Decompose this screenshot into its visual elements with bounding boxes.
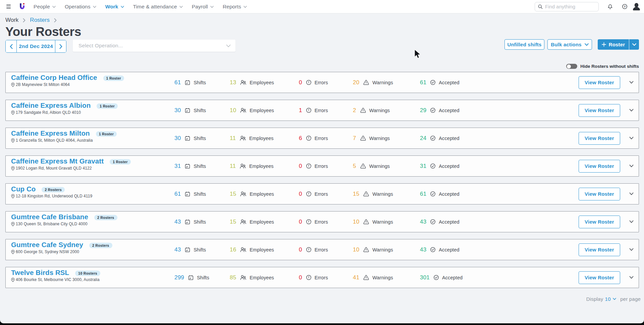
next-week-button[interactable] — [55, 40, 66, 52]
roster-name-row: Caffeine Express Milton 1 Roster — [11, 129, 174, 137]
expand-roster-icon[interactable] — [629, 81, 634, 84]
unfilled-shifts-button[interactable]: Unfilled shifts — [504, 39, 544, 50]
stat-accepted: 61 Accepted — [420, 191, 460, 197]
check-circle-icon — [430, 247, 435, 252]
roster-actions: View Roster — [579, 243, 639, 256]
stat-accepted: 43 Accepted — [420, 219, 460, 225]
roster-name[interactable]: Caffeine Express Mt Gravatt — [11, 157, 104, 165]
global-search[interactable] — [535, 2, 599, 11]
roster-name[interactable]: Gumtree Cafe Brisbane — [11, 213, 88, 221]
roster-name[interactable]: Gumtree Cafe Sydney — [11, 241, 83, 249]
roster-stats: 61 Shifts 15 Employees 0 Errors — [174, 191, 460, 197]
view-roster-button[interactable]: View Roster — [579, 188, 620, 200]
shifts-count: 61 — [174, 79, 181, 86]
roster-name[interactable]: Cup Co — [11, 185, 36, 193]
new-roster-button[interactable]: Roster — [598, 39, 629, 50]
chevron-down-icon — [52, 6, 56, 8]
stat-employees: 11 Employees — [230, 135, 299, 142]
bulk-actions-button[interactable]: Bulk actions — [547, 39, 592, 50]
breadcrumb-rosters[interactable]: Rosters — [30, 17, 50, 24]
operation-select[interactable]: Select Operation... — [73, 40, 235, 52]
calendar-icon — [185, 191, 190, 197]
breadcrumb: Work Rosters — [5, 17, 57, 24]
expand-roster-icon[interactable] — [629, 165, 634, 168]
accepted-label: Accepted — [439, 191, 459, 197]
user-avatar[interactable] — [632, 2, 641, 11]
expand-roster-icon[interactable] — [629, 220, 634, 223]
warnings-count: 10 — [353, 219, 359, 225]
view-roster-button[interactable]: View Roster — [579, 160, 620, 173]
plus-icon — [602, 42, 606, 47]
view-roster-button[interactable]: View Roster — [579, 243, 620, 256]
search-input[interactable] — [545, 4, 595, 9]
view-roster-button[interactable]: View Roster — [579, 271, 620, 284]
chevron-down-icon — [629, 109, 634, 112]
hamburger-line — [6, 8, 11, 8]
roster-address: 12-18 Kingston Rd, Underwood QLD 4119 — [16, 194, 92, 198]
roster-count-badge: 2 Rosters — [42, 187, 65, 192]
nav-item-people[interactable]: People — [34, 4, 56, 10]
errors-count: 0 — [299, 191, 302, 197]
previous-week-button[interactable] — [6, 40, 16, 52]
calendar-icon — [188, 275, 194, 280]
nav-item-reports[interactable]: Reports — [223, 4, 247, 10]
error-circle-icon — [306, 80, 311, 85]
location-pin-icon — [11, 278, 15, 282]
roster-count-badge: 1 Roster — [103, 76, 124, 81]
roster-actions: View Roster — [579, 188, 639, 200]
roster-stats: 31 Shifts 11 Employees 0 Errors — [174, 163, 460, 170]
brand-logo[interactable] — [19, 3, 25, 10]
stat-shifts: 43 Shifts — [174, 219, 230, 225]
top-navbar: PeopleOperationsWorkTime & attendancePay… — [0, 0, 644, 13]
roster-name[interactable]: Caffeine Express Albion — [11, 101, 91, 109]
warnings-count: 41 — [353, 274, 359, 281]
breadcrumb-work[interactable]: Work — [5, 17, 18, 24]
new-roster-menu-button[interactable] — [629, 39, 639, 50]
view-roster-button[interactable]: View Roster — [579, 76, 620, 89]
roster-address: 179 Sandgate Rd, Albion QLD 4010 — [16, 110, 81, 115]
roster-name[interactable]: Caffeine Corp Head Office — [11, 74, 97, 82]
date-button[interactable]: 2nd Dec 2024 — [16, 40, 55, 52]
location-pin-icon — [11, 83, 15, 87]
stat-warnings: 41 Warnings — [353, 274, 420, 281]
shifts-count: 30 — [174, 135, 181, 142]
roster-stats: 30 Shifts 11 Employees 6 Errors — [174, 135, 460, 142]
expand-roster-icon[interactable] — [629, 248, 634, 251]
help-icon[interactable]: ? — [622, 4, 627, 9]
new-roster-split-button: Roster — [598, 39, 639, 50]
view-roster-button[interactable]: View Roster — [579, 216, 620, 228]
roster-count-badge: 2 Rosters — [89, 243, 112, 248]
per-page-select[interactable]: 10 — [605, 296, 616, 302]
roster-name-row: Gumtree Cafe Brisbane 2 Rosters — [11, 213, 174, 221]
hamburger-line — [6, 6, 11, 7]
roster-card: Caffeine Corp Head Office 1 Roster 2B Ma… — [5, 72, 639, 93]
roster-address-row: 1 Granzella St, Milton QLD 4064, Austral… — [11, 138, 174, 143]
stat-shifts: 299 Shifts — [174, 274, 230, 281]
roster-info: Twelve Birds RSL 10 Rosters 406 Bourke S… — [6, 267, 174, 288]
hamburger-menu-icon[interactable] — [6, 5, 11, 8]
view-roster-button[interactable]: View Roster — [579, 104, 620, 117]
stat-employees: 13 Employees — [230, 79, 299, 86]
expand-roster-icon[interactable] — [629, 276, 634, 279]
expand-roster-icon[interactable] — [629, 192, 634, 195]
stat-warnings: 10 Warnings — [353, 246, 420, 253]
employees-count: 10 — [230, 107, 236, 114]
roster-name-row: Twelve Birds RSL 10 Rosters — [11, 269, 174, 277]
calendar-icon — [185, 80, 190, 85]
nav-item-payroll[interactable]: Payroll — [192, 4, 214, 10]
warnings-label: Warnings — [372, 219, 393, 225]
view-roster-button[interactable]: View Roster — [579, 132, 620, 145]
roster-name-row: Caffeine Express Albion 1 Roster — [11, 101, 174, 109]
calendar-icon — [185, 108, 190, 113]
nav-item-work[interactable]: Work — [105, 4, 124, 10]
hide-rosters-toggle[interactable] — [566, 64, 577, 69]
roster-name[interactable]: Twelve Birds RSL — [11, 269, 69, 277]
expand-roster-icon[interactable] — [629, 109, 634, 112]
nav-item-time-attendance[interactable]: Time & attendance — [133, 4, 183, 10]
chevron-down-icon — [585, 43, 589, 46]
expand-roster-icon[interactable] — [629, 137, 634, 140]
nav-item-operations[interactable]: Operations — [65, 4, 96, 10]
roster-name[interactable]: Caffeine Express Milton — [11, 129, 90, 137]
notifications-bell-icon[interactable] — [608, 4, 612, 9]
employees-icon — [240, 219, 246, 224]
